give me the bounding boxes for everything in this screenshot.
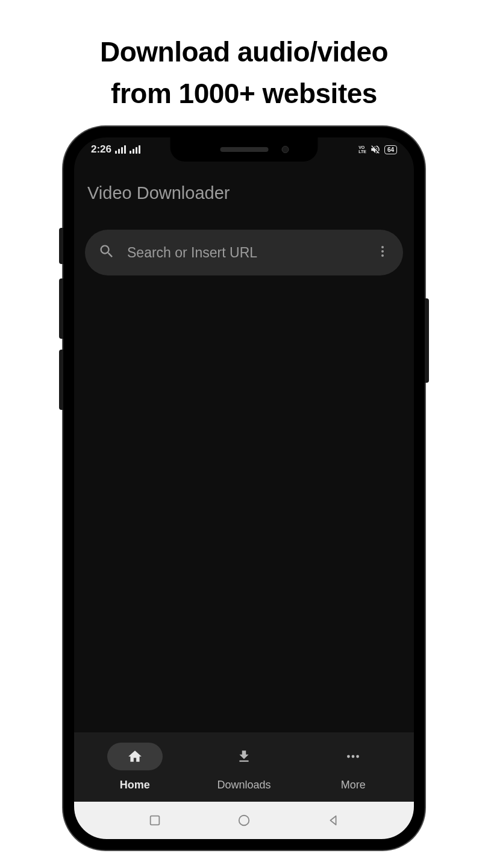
svg-point-2 <box>381 254 384 257</box>
signal-icon <box>130 145 140 154</box>
search-bar[interactable]: Search or Insert URL <box>85 230 403 275</box>
phone-frame: 2:26 VO LTE 64 Video D <box>63 127 425 850</box>
nav-label-more: More <box>341 779 366 791</box>
home-icon <box>107 743 163 770</box>
svg-point-1 <box>381 250 384 253</box>
notch-speaker <box>220 147 268 152</box>
more-horizontal-icon <box>325 743 381 770</box>
headline-line-2: from 1000+ websites <box>0 73 488 115</box>
phone-side-button <box>59 228 63 264</box>
svg-point-7 <box>239 816 249 826</box>
nav-item-downloads[interactable]: Downloads <box>189 743 298 791</box>
phone-power-button <box>425 298 429 383</box>
status-bar-right: VO LTE 64 <box>358 144 397 155</box>
signal-icon <box>115 145 126 154</box>
svg-point-5 <box>357 755 360 758</box>
search-placeholder: Search or Insert URL <box>127 245 363 261</box>
battery-indicator: 64 <box>384 145 397 154</box>
download-icon <box>216 743 272 770</box>
nav-label-downloads: Downloads <box>217 779 271 791</box>
system-recent-button[interactable] <box>148 813 162 828</box>
phone-volume-up-button <box>59 278 63 339</box>
svg-rect-6 <box>151 816 160 825</box>
app-header: Video Downloader <box>74 162 414 215</box>
system-nav-bar <box>74 802 414 839</box>
marketing-headline: Download audio/video from 1000+ websites <box>0 0 488 115</box>
search-container: Search or Insert URL <box>74 215 414 290</box>
system-home-button[interactable] <box>237 813 251 828</box>
system-back-button[interactable] <box>326 813 340 828</box>
phone-notch <box>170 137 318 162</box>
status-bar-left: 2:26 <box>91 143 140 156</box>
app-content: Video Downloader Search or Insert URL <box>74 162 414 839</box>
nav-label-home: Home <box>120 779 150 791</box>
nav-item-more[interactable]: More <box>299 743 408 791</box>
app-title: Video Downloader <box>87 183 401 203</box>
more-vertical-icon[interactable] <box>375 244 390 261</box>
main-empty-area <box>74 290 414 732</box>
phone-volume-down-button <box>59 350 63 410</box>
status-time: 2:26 <box>91 143 111 156</box>
svg-point-4 <box>352 755 355 758</box>
bottom-nav: Home Downloads <box>74 732 414 802</box>
headline-line-1: Download audio/video <box>0 31 488 73</box>
svg-point-0 <box>381 246 384 248</box>
phone-screen: 2:26 VO LTE 64 Video D <box>74 137 414 839</box>
volte-badge: VO LTE <box>358 145 366 154</box>
svg-point-3 <box>347 755 350 758</box>
notch-camera <box>282 146 289 153</box>
nav-item-home[interactable]: Home <box>80 743 189 791</box>
search-icon <box>98 243 115 262</box>
mute-icon <box>370 144 381 155</box>
